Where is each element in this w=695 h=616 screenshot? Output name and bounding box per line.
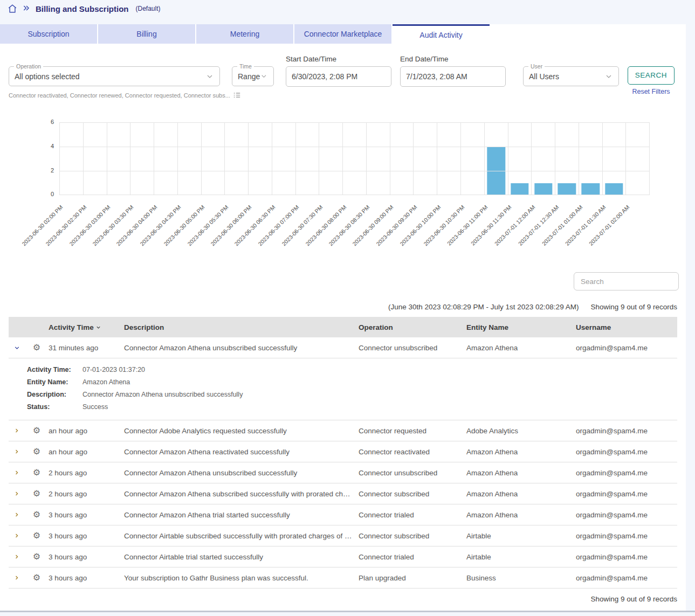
chart-bar[interactable] xyxy=(582,183,600,196)
gear-icon[interactable]: ⚙ xyxy=(25,447,49,456)
chart-column xyxy=(59,122,83,195)
cell-description: Connector Amazon Athena unsubscribed suc… xyxy=(124,344,359,352)
gridline xyxy=(59,171,650,171)
chart-bar[interactable] xyxy=(558,183,576,196)
col-username: Username xyxy=(576,323,677,331)
chart-bar[interactable] xyxy=(605,183,623,196)
end-date-label: End Date/Time xyxy=(400,55,449,63)
chart-column xyxy=(437,122,460,195)
gear-icon[interactable]: ⚙ xyxy=(25,343,49,352)
cell-username: orgadmin@spam4.me xyxy=(576,553,677,561)
gear-icon[interactable]: ⚙ xyxy=(25,426,49,435)
table-row: ⚙ 2 hours ago Connector Amazon Athena su… xyxy=(9,483,677,504)
expand-row-icon[interactable] xyxy=(9,532,25,539)
cell-operation: Connector trialed xyxy=(359,553,466,561)
chart-column xyxy=(602,122,626,195)
home-icon[interactable] xyxy=(8,4,17,13)
breadcrumb: Billing and Subscription (Default) xyxy=(0,0,695,24)
user-select-value: All Users xyxy=(529,72,559,81)
cell-entity: Amazon Athena xyxy=(466,344,576,352)
chart-column xyxy=(177,122,201,195)
expand-row-icon[interactable] xyxy=(9,511,25,518)
tab-connector-marketplace[interactable]: Connector Marketplace xyxy=(294,24,391,44)
tab-subscription[interactable]: Subscription xyxy=(0,24,97,44)
search-button[interactable]: SEARCH xyxy=(628,66,675,85)
chart-column xyxy=(625,122,650,195)
chart-column xyxy=(555,122,579,195)
cell-time: 2 hours ago xyxy=(49,490,124,498)
col-activity-time[interactable]: Activity Time xyxy=(49,323,124,331)
chart-x-axis: 2023-06-30 02:00 PM2023-06-30 02:30 PM20… xyxy=(59,200,650,260)
operation-select[interactable]: Operation All options selected xyxy=(9,66,220,86)
detail-label: Status: xyxy=(27,401,82,413)
expand-row-icon[interactable] xyxy=(9,448,25,455)
start-date-input[interactable]: 6/30/2023, 2:08 PM xyxy=(286,66,391,87)
table-rows: ⚙ an hour ago Connector Adobe Analytics … xyxy=(9,420,677,589)
gear-icon[interactable]: ⚙ xyxy=(25,468,49,477)
user-select[interactable]: User All Users xyxy=(523,66,619,86)
chart-column xyxy=(295,122,319,195)
cell-entity: Amazon Athena xyxy=(466,490,576,498)
cell-entity: Business xyxy=(466,574,576,582)
gear-icon[interactable]: ⚙ xyxy=(25,573,49,582)
table-search-input[interactable] xyxy=(574,272,679,290)
chart-plot xyxy=(59,122,650,195)
tab-billing[interactable]: Billing xyxy=(98,24,195,44)
cell-description: Connector Amazon Athena reactivated succ… xyxy=(124,448,359,456)
gridline xyxy=(59,195,650,195)
expand-row-icon[interactable] xyxy=(9,469,25,476)
cell-time: 3 hours ago xyxy=(49,532,124,540)
cell-username: orgadmin@spam4.me xyxy=(576,511,677,519)
cell-description: Connector Amazon Athena trial started su… xyxy=(124,511,359,519)
expand-row-icon[interactable] xyxy=(9,575,25,581)
list-filter-icon[interactable] xyxy=(233,92,240,99)
cell-description: Your subscription to Gathr Business plan… xyxy=(124,574,359,582)
col-description: Description xyxy=(124,323,359,331)
expand-row-icon[interactable] xyxy=(9,427,25,434)
sort-icon[interactable] xyxy=(95,324,101,330)
gear-icon[interactable]: ⚙ xyxy=(25,552,49,561)
col-entity-name: Entity Name xyxy=(466,323,576,331)
expand-row-icon[interactable] xyxy=(9,553,25,560)
tab-metering[interactable]: Metering xyxy=(196,24,293,44)
gear-icon[interactable]: ⚙ xyxy=(25,531,49,540)
reset-filters-link[interactable]: Reset Filters xyxy=(628,88,675,95)
chart-bar[interactable] xyxy=(511,183,528,196)
gridline xyxy=(59,147,650,147)
table-row: ⚙ 2 hours ago Connector Amazon Athena un… xyxy=(9,462,677,483)
end-date-input[interactable]: 7/1/2023, 2:08 AM xyxy=(400,66,506,87)
cell-time: 31 minutes ago xyxy=(49,344,124,352)
cell-time: 3 hours ago xyxy=(49,574,124,582)
end-date-value: 7/1/2023, 2:08 AM xyxy=(406,72,467,81)
detail-value: Success xyxy=(82,403,108,411)
cell-description: Connector Airtable subscribed successful… xyxy=(124,532,359,540)
table-row: ⚙ 31 minutes ago Connector Amazon Athena… xyxy=(9,337,677,358)
content-card: Subscription Billing Metering Connector … xyxy=(0,24,686,611)
records-note-bottom: Showing 9 out of 9 records xyxy=(9,595,677,603)
cell-entity: Amazon Athena xyxy=(466,511,576,519)
collapse-row-icon[interactable] xyxy=(9,344,25,351)
table-row: ⚙ 3 hours ago Connector Airtable trial s… xyxy=(9,546,677,567)
expand-row-icon[interactable] xyxy=(9,490,25,497)
time-select[interactable]: Time Range xyxy=(232,66,274,86)
activity-bar-chart: 2023-06-30 02:00 PM2023-06-30 02:30 PM20… xyxy=(0,119,686,261)
cell-username: orgadmin@spam4.me xyxy=(576,344,677,352)
cell-username: orgadmin@spam4.me xyxy=(576,532,677,540)
chart-column xyxy=(579,122,602,195)
chart-column xyxy=(413,122,437,195)
records-note-top: Showing 9 out of 9 records xyxy=(590,303,677,311)
operation-select-label: Operation xyxy=(14,63,43,70)
tab-audit-activity[interactable]: Audit Activity xyxy=(393,24,490,44)
row-detail-panel: Activity Time:07-01-2023 01:37:20 Entity… xyxy=(9,358,677,420)
gear-icon[interactable]: ⚙ xyxy=(25,489,49,498)
table-header: Activity Time Description Operation Enti… xyxy=(9,317,677,337)
start-date-label: Start Date/Time xyxy=(286,55,336,63)
cell-time: 2 hours ago xyxy=(49,469,124,477)
cell-entity: Airtable xyxy=(466,553,576,561)
cell-entity: Airtable xyxy=(466,532,576,540)
chart-column xyxy=(154,122,177,195)
operation-summary: Connector reactivated, Connector renewed… xyxy=(9,92,240,99)
gear-icon[interactable]: ⚙ xyxy=(25,510,49,519)
cell-entity: Amazon Athena xyxy=(466,469,576,477)
chart-bar[interactable] xyxy=(534,183,552,196)
